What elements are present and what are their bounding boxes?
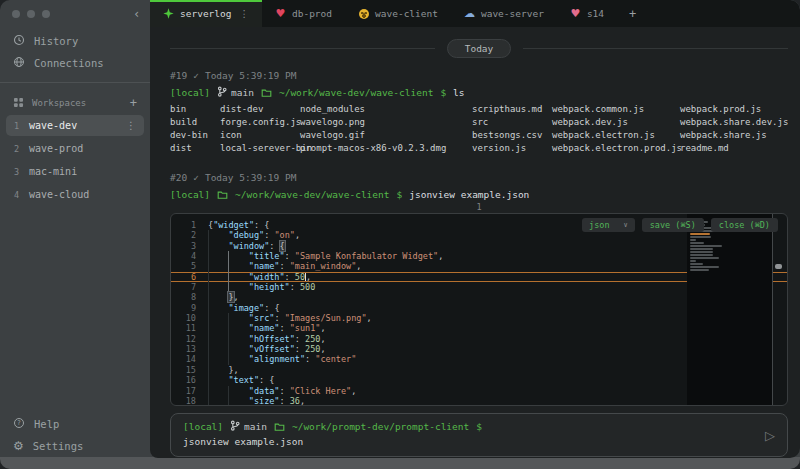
add-workspace-button[interactable]: +	[130, 96, 137, 110]
gear-icon: ⚙	[13, 440, 24, 452]
line-number: 3	[176, 241, 196, 251]
code-token: "on"	[274, 230, 294, 240]
sidebar-collapse-icon[interactable]: ‹	[134, 7, 139, 21]
code-token: ,	[320, 334, 325, 344]
indent-guide	[208, 323, 228, 333]
file-name: version.js	[472, 142, 552, 155]
tab-wave-client[interactable]: wave-client	[345, 0, 451, 27]
code-token: ,	[320, 323, 325, 333]
app-window: ‹ HistoryConnections Workspaces + 1wave-…	[0, 0, 800, 469]
sidebar-titlebar: ‹	[0, 0, 150, 30]
sidebar-divider	[0, 82, 150, 83]
code-token: :	[295, 344, 305, 354]
prompt-cwd: ~/work/prompt-dev/prompt-client	[292, 421, 469, 432]
code-token: 50	[295, 272, 305, 282]
kebab-menu-icon[interactable]: ⋮	[126, 120, 136, 131]
line-number: 7	[176, 282, 196, 292]
indent-guide	[228, 282, 248, 292]
minimap-line	[690, 260, 696, 262]
indent-guide	[228, 272, 248, 282]
tab-s14[interactable]: ♥s14	[557, 0, 617, 27]
folder-icon	[274, 422, 285, 432]
code-token: ,	[306, 272, 311, 282]
prompt-line: [local]~/work/wave-dev/wave-client$jsonv…	[170, 189, 788, 200]
file-name: dev-bin	[170, 129, 220, 142]
code-token: ,	[295, 230, 300, 240]
star-icon	[163, 8, 174, 19]
command-meta: #19✓Today 5:39:19 PM	[170, 70, 788, 81]
line-number: 15	[176, 365, 196, 375]
minimap-line	[690, 236, 711, 238]
indent-guide	[228, 313, 248, 323]
prompt-command: jsonview example.json	[409, 189, 529, 200]
workspace-label: wave-cloud	[29, 189, 89, 200]
command-input-text[interactable]: jsonview example.json	[183, 436, 757, 447]
sidebar-item-help[interactable]: ?Help	[0, 413, 150, 435]
workspace-item-wave-prod[interactable]: 2wave-prod	[6, 138, 144, 159]
workspace-index: 4	[14, 190, 21, 200]
file-name: wavelogo.png	[300, 116, 472, 129]
file-name: webpack.share.js	[680, 129, 788, 142]
command-input[interactable]: [local]main~/work/prompt-dev/prompt-clie…	[170, 413, 788, 457]
minimap-line	[690, 248, 713, 250]
tab-serverlog[interactable]: serverlog⋮	[150, 0, 262, 27]
today-pill: Today	[447, 39, 512, 58]
command-number: #20	[170, 172, 187, 183]
json-editor[interactable]: 1{"widget": {2"debug": "on",3"window": {…	[170, 213, 788, 406]
code-token: "image"	[228, 303, 264, 313]
indent-guide	[208, 344, 228, 354]
maximize-button[interactable]	[42, 10, 50, 18]
file-name: readme.md	[680, 142, 788, 155]
line-number: 10	[176, 313, 196, 323]
minimize-button[interactable]	[27, 10, 35, 18]
prompt-host: [local]	[183, 421, 223, 432]
tabs: serverlog⋮♥db-prodwave-client☁wave-serve…	[150, 0, 617, 27]
editor-minimap[interactable]	[687, 214, 773, 405]
mode-select[interactable]: json ∨	[582, 218, 635, 232]
command-timestamp: Today 5:39:19 PM	[205, 70, 297, 81]
editor-scrollbar-handle[interactable]	[775, 264, 782, 269]
minimap-line	[690, 266, 719, 268]
file-name: bin	[170, 103, 220, 116]
command-meta: #20✓Today 5:39:19 PM	[170, 172, 788, 183]
code-token: "vOffset"	[249, 344, 295, 354]
file-name: dist	[170, 142, 220, 155]
new-tab-button[interactable]: +	[617, 0, 648, 27]
file-name: src	[472, 116, 552, 129]
file-name: dist-dev	[220, 103, 300, 116]
workspace-item-mac-mini[interactable]: 3mac-mini	[6, 161, 144, 182]
line-number: 4	[176, 251, 196, 261]
tab-bar: serverlog⋮♥db-prodwave-client☁wave-serve…	[150, 0, 800, 27]
workspace-item-wave-dev[interactable]: 1wave-dev⋮	[6, 115, 144, 136]
file-name: icon	[220, 129, 300, 142]
workspace-item-wave-cloud[interactable]: 4wave-cloud	[6, 184, 144, 205]
tab-db-prod[interactable]: ♥db-prod	[262, 0, 345, 27]
code-token: ,	[300, 396, 305, 406]
code-token: "size"	[249, 396, 280, 406]
sidebar-item-connections[interactable]: Connections	[0, 52, 150, 74]
code-token: :	[280, 396, 290, 406]
close-button[interactable]: close (⌘D)	[711, 218, 778, 232]
prompt-host: [local]	[170, 189, 210, 200]
file-name: forge.config.js	[220, 116, 300, 129]
indent-guide	[228, 323, 248, 333]
input-prompt-line: [local]main~/work/prompt-dev/prompt-clie…	[183, 421, 757, 432]
file-name: build	[170, 116, 220, 129]
line-number: 8	[176, 292, 196, 302]
save-button[interactable]: save (⌘S)	[642, 218, 704, 232]
check-icon: ✓	[193, 172, 199, 183]
tab-menu-icon[interactable]: ⋮	[239, 8, 249, 19]
sidebar-item-history[interactable]: History	[0, 30, 150, 52]
workspace-index: 3	[14, 167, 21, 177]
tab-wave-server[interactable]: ☁wave-server	[451, 0, 557, 27]
sidebar-item-settings[interactable]: ⚙Settings	[0, 435, 150, 457]
line-number: 16	[176, 375, 196, 385]
indent-guide	[208, 354, 228, 364]
close-button[interactable]	[12, 10, 20, 18]
git-branch: main	[217, 86, 254, 99]
code-token: "center"	[315, 354, 356, 364]
mode-select-value: json	[589, 220, 609, 230]
send-icon[interactable]: ▷	[765, 428, 775, 443]
code-token: "debug"	[228, 230, 264, 240]
file-name: node_modules	[300, 103, 472, 116]
